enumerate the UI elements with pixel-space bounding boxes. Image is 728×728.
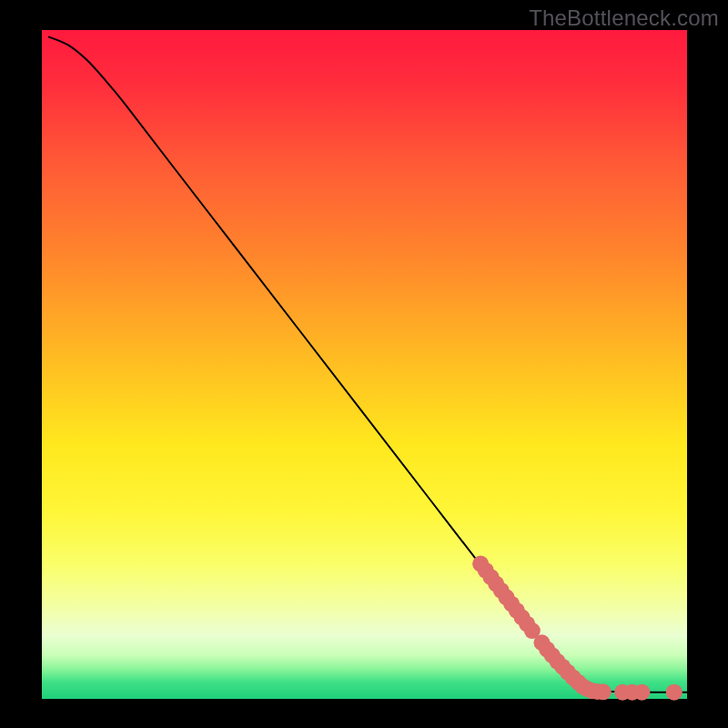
data-marker: [595, 683, 612, 700]
data-marker: [633, 684, 650, 701]
chart-frame: TheBottleneck.com: [0, 0, 728, 728]
data-marker: [666, 684, 682, 701]
chart-background: [42, 30, 687, 699]
bottleneck-chart: [0, 0, 728, 728]
